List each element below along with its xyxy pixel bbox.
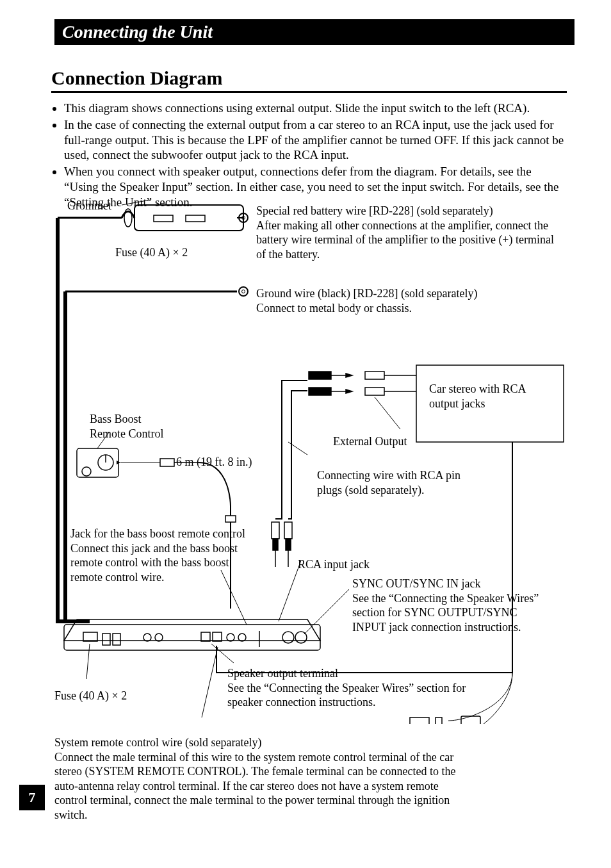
- svg-rect-3: [186, 215, 205, 222]
- svg-rect-24: [286, 539, 291, 550]
- svg-rect-1: [134, 205, 243, 231]
- svg-line-20: [375, 397, 400, 429]
- section-band: Connecting the Unit: [54, 19, 574, 45]
- svg-rect-49: [113, 634, 120, 645]
- svg-point-31: [82, 467, 91, 476]
- svg-rect-14: [309, 372, 331, 379]
- svg-rect-21: [272, 522, 279, 539]
- svg-rect-23: [273, 539, 278, 550]
- svg-point-9: [239, 287, 248, 296]
- label-rca-input: RCA input jack: [298, 557, 370, 572]
- svg-point-43: [155, 634, 163, 641]
- label-fuse-top: Fuse (40 A) × 2: [115, 245, 188, 260]
- svg-line-5: [122, 200, 151, 205]
- svg-line-52: [86, 644, 90, 679]
- label-cable-length: 6 m (19 ft. 8 in.): [176, 455, 252, 470]
- svg-rect-12: [365, 372, 384, 379]
- label-system-remote: System remote control wire (sold separat…: [54, 735, 471, 822]
- svg-rect-56: [410, 717, 429, 724]
- svg-point-45: [238, 634, 246, 641]
- svg-rect-13: [365, 388, 384, 395]
- svg-rect-57: [436, 717, 442, 724]
- svg-point-42: [143, 634, 151, 641]
- svg-rect-50: [83, 632, 97, 641]
- page-number: 7: [19, 785, 45, 810]
- svg-rect-33: [160, 459, 174, 466]
- label-speaker-out: Speaker output terminal See the “Connect…: [227, 666, 496, 710]
- label-bass-boost: Bass Boost Remote Control: [90, 412, 164, 441]
- svg-line-53: [202, 647, 218, 717]
- svg-point-10: [242, 290, 245, 293]
- label-jack-bass: Jack for the bass boost remote control C…: [70, 527, 250, 584]
- intro-block: This diagram shows connections using ext…: [51, 99, 567, 211]
- svg-rect-22: [284, 522, 292, 539]
- label-grommet: Grommet: [67, 199, 111, 213]
- title-rule: [51, 91, 567, 93]
- label-fuse-bottom: Fuse (40 A) × 2: [54, 689, 127, 703]
- svg-rect-15: [309, 388, 331, 395]
- svg-rect-46: [201, 632, 210, 641]
- intro-bullet: This diagram shows connections using ext…: [64, 101, 567, 116]
- page-title: Connection Diagram: [51, 67, 222, 89]
- svg-rect-47: [213, 632, 222, 641]
- svg-rect-0: [51, 199, 567, 724]
- svg-rect-2: [154, 215, 173, 222]
- svg-point-40: [282, 632, 294, 643]
- svg-rect-48: [102, 634, 110, 645]
- label-sync: SYNC OUT/SYNC IN jack See the “Connectin…: [352, 577, 544, 634]
- svg-line-55: [304, 589, 349, 634]
- svg-rect-35: [225, 516, 236, 522]
- label-battery-note: Special red battery wire [RD-228] (sold …: [256, 204, 557, 261]
- svg-rect-58: [461, 716, 480, 724]
- label-rca-wire: Connecting wire with RCA pin plugs (sold…: [317, 468, 477, 497]
- connection-diagram: [51, 199, 567, 724]
- label-car-stereo: Car stereo with RCA output jacks: [429, 382, 538, 411]
- intro-bullet: In the case of connecting the external o…: [64, 117, 567, 163]
- svg-point-44: [227, 634, 234, 641]
- label-ground-note: Ground wire (black) [RD-228] (sold separ…: [256, 286, 557, 315]
- label-external-output: External Output: [333, 434, 407, 449]
